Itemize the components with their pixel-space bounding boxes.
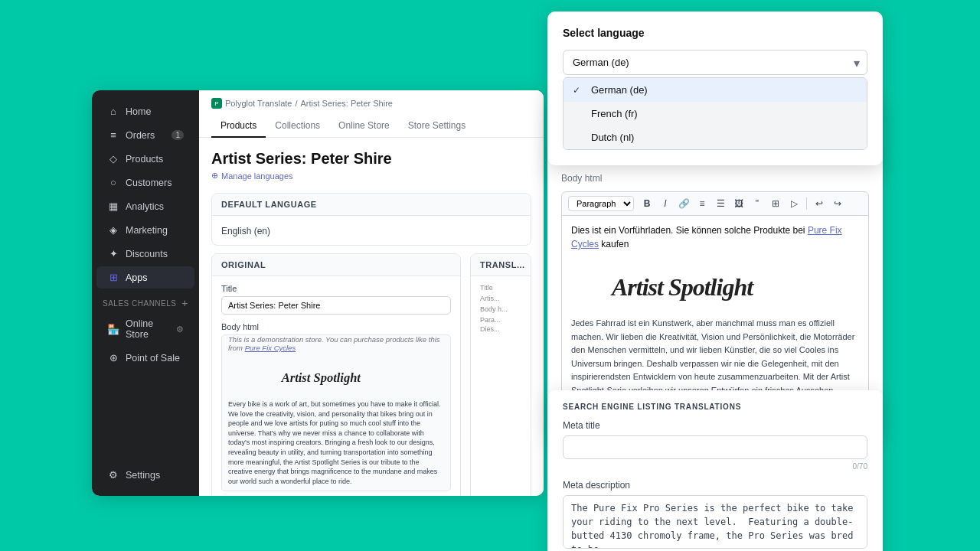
add-sales-channel-icon[interactable]: +	[181, 297, 188, 309]
default-language-header: DEFAULT LANGUAGE	[212, 194, 531, 216]
title-input-orig[interactable]	[221, 296, 451, 315]
apps-icon: ⊞	[107, 272, 119, 283]
manage-lang-icon: ⊕	[211, 171, 218, 181]
orders-icon: ≡	[107, 129, 119, 141]
sidebar-item-pos[interactable]: ⊛ Point of Sale	[96, 347, 194, 369]
settings-icon: ⚙	[107, 469, 119, 481]
sidebar-item-label: Products	[126, 154, 163, 165]
bold-button[interactable]: B	[639, 195, 655, 212]
artist-spotlight-original: Artist Spotlight	[228, 357, 444, 395]
meta-title-label: Meta title	[563, 420, 867, 431]
pos-icon: ⊛	[107, 352, 119, 364]
redo-button[interactable]: ↪	[829, 195, 846, 212]
italic-button[interactable]: I	[657, 195, 674, 212]
link-button[interactable]: 🔗	[675, 195, 692, 212]
sidebar-item-label: Marketing	[126, 225, 168, 236]
body-field-label-orig: Body html	[221, 322, 451, 331]
translation-columns: ORIGINAL Title Body html This is a demon…	[211, 253, 531, 496]
editor-toolbar: Paragraph B I 🔗 ≡ ☰ 🖼 " ⊞ ▷ ↩ ↪	[561, 191, 869, 216]
home-icon: ⌂	[107, 106, 119, 117]
admin-panel: ⌂ Home ≡ Orders 1 ◇ Products ○ Customers…	[92, 90, 544, 496]
sidebar-item-apps[interactable]: ⊞ Apps	[96, 266, 194, 289]
page-content: Artist Series: Peter Shire ⊕ Manage lang…	[199, 138, 544, 496]
marketing-icon: ◈	[107, 224, 119, 236]
embed-button[interactable]: ▷	[786, 195, 802, 212]
sidebar-item-label: Apps	[126, 272, 148, 283]
lang-option-nl[interactable]: Dutch (nl)	[564, 126, 867, 149]
sidebar-settings: ⚙ Settings	[92, 463, 199, 487]
tab-online-store[interactable]: Online Store	[329, 115, 399, 138]
title-field-label-orig: Title	[221, 284, 451, 293]
toolbar-divider	[806, 197, 807, 210]
online-store-settings-icon[interactable]: ⚙	[176, 324, 184, 334]
paragraph-select[interactable]: Paragraph	[568, 196, 634, 211]
seo-panel: SEARCH ENGINE LISTING TRANSLATIONS Meta …	[547, 390, 883, 551]
top-bar: P Polyglot Translate / Artist Series: Pe…	[199, 90, 544, 138]
analytics-icon: ▦	[107, 201, 119, 212]
sidebar-item-discounts[interactable]: ✦ Discounts	[96, 243, 194, 265]
table-button[interactable]: ⊞	[767, 195, 784, 212]
sidebar-item-label: Online Store	[126, 318, 170, 340]
quote-button[interactable]: "	[749, 195, 766, 212]
sidebar-item-home[interactable]: ⌂ Home	[96, 100, 194, 122]
breadcrumb-sep: /	[295, 99, 297, 108]
lang-select-wrapper: German (de) French (fr) Dutch (nl) ▾	[563, 50, 867, 75]
default-language-panel: DEFAULT LANGUAGE English (en)	[211, 193, 531, 246]
manage-languages-link[interactable]: Manage languages	[221, 171, 293, 181]
breadcrumb-app: Polyglot Translate	[225, 99, 292, 108]
lang-select[interactable]: German (de) French (fr) Dutch (nl)	[563, 50, 867, 75]
sidebar-item-customers[interactable]: ○ Customers	[96, 171, 194, 194]
meta-title-input[interactable]	[563, 435, 867, 459]
original-header: ORIGINAL	[212, 254, 460, 276]
default-language-value: English (en)	[221, 226, 270, 236]
sidebar-item-analytics[interactable]: ▦ Analytics	[96, 195, 194, 217]
original-column: ORIGINAL Title Body html This is a demon…	[211, 253, 461, 496]
translate-header: TRANSL...	[471, 254, 531, 276]
lang-select-panel: Select language German (de) French (fr) …	[547, 11, 883, 165]
lang-option-label: French (fr)	[591, 108, 638, 119]
sidebar-item-online-store[interactable]: 🏪 Online Store ⚙	[96, 313, 194, 345]
sidebar-item-products[interactable]: ◇ Products	[96, 148, 194, 170]
breadcrumb: P Polyglot Translate / Artist Series: Pe…	[211, 98, 531, 109]
sidebar-item-settings[interactable]: ⚙ Settings	[96, 464, 194, 486]
checkmark-icon: ✓	[573, 85, 585, 96]
main-content: P Polyglot Translate / Artist Series: Pe…	[199, 90, 544, 496]
sidebar: ⌂ Home ≡ Orders 1 ◇ Products ○ Customers…	[92, 90, 199, 496]
lang-panel-title: Select language	[563, 27, 867, 39]
breadcrumb-page: Artist Series: Peter Shire	[301, 99, 393, 108]
sidebar-item-label: Settings	[126, 470, 160, 481]
tab-store-settings[interactable]: Store Settings	[399, 115, 475, 138]
online-store-icon: 🏪	[107, 324, 119, 335]
sidebar-item-label: Orders	[126, 130, 155, 141]
sales-channels-header: SALES CHANNELS +	[92, 289, 199, 312]
manage-languages: ⊕ Manage languages	[211, 171, 531, 181]
sidebar-item-orders[interactable]: ≡ Orders 1	[96, 124, 194, 146]
demo-store-link[interactable]: Pure Fix Cycles	[245, 344, 296, 352]
ordered-list-button[interactable]: ☰	[712, 195, 729, 212]
translate-column: TRANSL... Title Artis... Body h... Para.…	[470, 253, 531, 496]
page-title: Artist Series: Peter Shire	[211, 150, 531, 168]
discounts-icon: ✦	[107, 248, 119, 259]
tab-products[interactable]: Products	[211, 115, 266, 138]
sidebar-item-label: Point of Sale	[126, 353, 180, 364]
products-icon: ◇	[107, 153, 119, 165]
seo-panel-title: SEARCH ENGINE LISTING TRANSLATIONS	[563, 403, 867, 411]
lang-option-fr[interactable]: French (fr)	[564, 102, 867, 126]
undo-button[interactable]: ↩	[811, 195, 828, 212]
bullet-list-button[interactable]: ≡	[694, 195, 710, 212]
tab-collections[interactable]: Collections	[266, 115, 329, 138]
orders-badge: 1	[172, 130, 184, 140]
sidebar-item-label: Home	[126, 106, 151, 117]
svg-text:Artist Spotlight: Artist Spotlight	[281, 370, 361, 385]
svg-text:Artist Spotlight: Artist Spotlight	[610, 273, 754, 301]
lang-option-de[interactable]: ✓ German (de)	[564, 78, 867, 102]
app-icon: P	[211, 98, 222, 109]
meta-description-label: Meta description	[563, 480, 867, 491]
sales-channels-label: SALES CHANNELS	[103, 299, 176, 308]
meta-description-textarea[interactable]: The Pure Fix Pro Series is the perfect b…	[563, 495, 867, 549]
lang-dropdown: ✓ German (de) French (fr) Dutch (nl)	[563, 77, 867, 150]
image-button[interactable]: 🖼	[730, 195, 747, 212]
body-editor-intro: Dies ist ein Vorführladen. Sie können so…	[571, 223, 859, 251]
sidebar-item-marketing[interactable]: ◈ Marketing	[96, 219, 194, 241]
meta-title-count: 0/70	[563, 462, 867, 471]
